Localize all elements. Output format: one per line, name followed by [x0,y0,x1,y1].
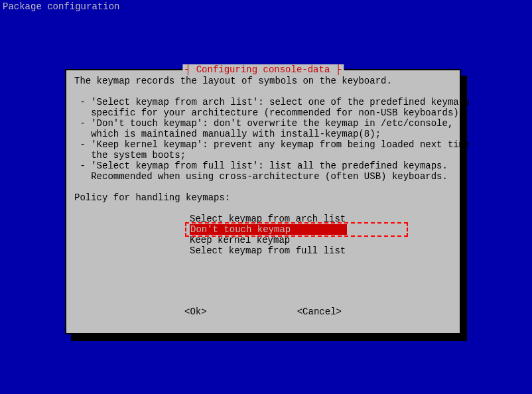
option-select-full[interactable]: Select keymap from full list [190,245,452,256]
option-dont-touch[interactable]: Don't touch keymap [190,224,347,235]
option-keep-kernel[interactable]: Keep kernel keymap [190,235,452,245]
bullet-line: - 'Keep kernel keymap': prevent any keym… [74,139,452,150]
bullet-list: - 'Select keymap from arch list': select… [74,97,452,182]
page-header: Package configuration [3,1,119,12]
title-bracket-right: ├ [336,64,341,75]
bullet-line: - 'Don't touch keymap': don't overwrite … [74,118,452,129]
options-list: Select keymap from arch list Don't touch… [190,214,452,256]
button-row: <Ok> <Cancel> [66,306,460,317]
prompt-text: Policy for handling keymaps: [74,192,452,203]
option-dont-touch-wrapper: Don't touch keymap [190,224,347,235]
intro-text: The keymap records the layout of symbols… [74,76,452,86]
option-select-arch[interactable]: Select keymap from arch list [190,214,452,224]
bullet-line: - 'Select keymap from arch list': select… [74,97,452,107]
bullet-line: which is maintained manually with instal… [74,129,452,139]
title-text: Configuring console-data [190,64,335,75]
cancel-button[interactable]: <Cancel> [297,306,342,317]
ok-button[interactable]: <Ok> [184,306,207,317]
bullet-line: specific for your architecture (recommen… [74,107,452,118]
bullet-line: Recommended when using cross-architectur… [74,171,452,182]
config-dialog: ┤ Configuring console-data ├ The keymap … [65,69,461,334]
dialog-content: The keymap records the layout of symbols… [74,76,452,256]
bullet-line: - 'Select keymap from full list': list a… [74,161,452,171]
bullet-line: the system boots; [74,150,452,161]
dialog-title: ┤ Configuring console-data ├ [182,64,344,75]
